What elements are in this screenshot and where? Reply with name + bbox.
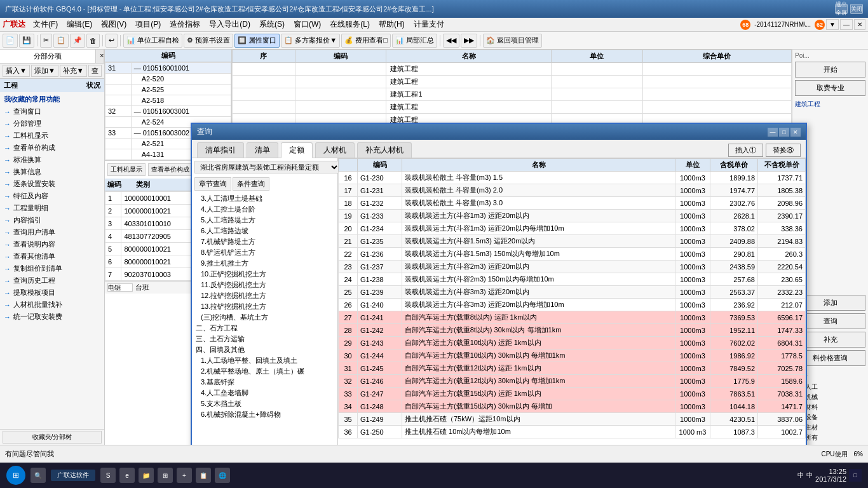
copy-btn[interactable]: 📋 <box>53 34 69 48</box>
tree-item[interactable]: 6.人工培路边坡 <box>193 226 336 236</box>
local-summary-btn[interactable]: 📊 局部汇总 <box>392 34 437 48</box>
tab-materials[interactable]: 人材机 <box>315 142 355 158</box>
std-exchange-item[interactable]: →标准换算 <box>1 154 103 166</box>
cost-view-btn[interactable]: 💰 费用查看□ <box>341 34 391 48</box>
table-row[interactable]: 25 G1-239 装载机装运土方(斗容3m3) 运距20m以内 1000m3 … <box>339 286 806 299</box>
tree-item[interactable]: 13.拉铲挖掘机挖土方 <box>193 301 336 312</box>
table-row[interactable]: 31— 010516001001 <box>105 63 231 74</box>
tree-item[interactable]: 7.机械铲路堤土方 <box>193 236 336 247</box>
tree-item[interactable]: (三)挖沟槽、基坑土方 <box>193 312 336 323</box>
tab-fenbufenxiang[interactable]: 分部分项 <box>0 50 96 63</box>
taskbar-icon-6[interactable]: 📋 <box>196 468 211 483</box>
budget-settings-btn[interactable]: ⚙ 预算书设置 <box>184 34 233 48</box>
tree-item[interactable]: 4.人工垒老墙脚 <box>193 388 336 398</box>
delete-btn[interactable]: 🗑 <box>86 34 100 48</box>
table-row[interactable]: 29 G1-243 自卸汽车运土方(载重10t以内) 运距 1km以内 1000… <box>339 337 806 349</box>
table-row[interactable]: 27 G1-241 自卸汽车运土方(载重8t以内) 运距 1km以内 1000m… <box>339 311 806 324</box>
close-main-btn[interactable]: ✕ <box>854 19 865 30</box>
tree-item[interactable]: 三、土石方运输 <box>193 334 336 344</box>
table-row[interactable]: 32 G1-246 自卸汽车运土方(载重12t以内) 30km以内 每增加1km… <box>339 375 806 388</box>
view-unitprice-item[interactable]: →查看单价构成 <box>1 142 103 154</box>
notification-area[interactable]: □ <box>849 469 862 482</box>
query-sub-btn[interactable]: 查 <box>88 65 102 77</box>
table-row[interactable]: A2-518 <box>105 95 231 106</box>
tree-item[interactable]: 5.支木挡土板 <box>193 398 336 409</box>
dialog-minimize-btn[interactable]: — <box>768 128 778 137</box>
tree-item[interactable]: 9.推土机推土方 <box>193 258 336 269</box>
table-row[interactable]: 20 G1-234 装载机装运土方(斗容1m3) 运距20m以内每增加10m 1… <box>339 222 806 235</box>
taskbar-icon-4[interactable]: ⊞ <box>158 468 173 483</box>
table-row[interactable]: 22 G1-236 装载机装运土方(斗容1.5m3) 150m以内每增加10m … <box>339 248 806 261</box>
extract-template-item[interactable]: →提取模板项目 <box>1 287 103 299</box>
table-row[interactable]: 32— 010516003001 <box>105 106 231 117</box>
table-row[interactable]: A2-520 <box>105 74 231 85</box>
content-guide-item[interactable]: →内容指引 <box>1 214 103 226</box>
tab-list[interactable]: 清单 <box>247 142 278 158</box>
table-row[interactable]: 19 G1-233 装载机装运土方(斗容1m3) 运距20m以内 1000m3 … <box>339 210 806 222</box>
feature-content-item[interactable]: →特征及内容 <box>1 190 103 202</box>
table-row[interactable]: A2-525 <box>105 85 231 95</box>
tab-close[interactable]: × <box>96 50 104 63</box>
table-row[interactable]: 21 G1-235 装载机装运土方(斗容1.5m3) 运距20m以内 1000m… <box>339 235 806 248</box>
exchange-info-item[interactable]: →换算信息 <box>1 166 103 178</box>
tree-item[interactable]: 10.正铲挖掘机挖土方 <box>193 269 336 280</box>
province-select[interactable]: 湖北省房屋建筑与装饰工程消耗量定额 <box>194 161 340 173</box>
copy-price-item[interactable]: →复制组价到清单 <box>1 262 103 274</box>
table-row[interactable]: 17 G1-231 装载机装松散土 斗容量(m3) 2.0 1000m3 197… <box>339 184 806 197</box>
nav-next-btn[interactable]: ▶▶ <box>461 34 477 48</box>
query-history-item[interactable]: →查询历史工程 <box>1 274 103 287</box>
search-taskbar[interactable]: 🔍 <box>31 468 46 483</box>
cost-profession-btn[interactable]: 取费专业 <box>795 80 865 96</box>
properties-btn[interactable]: 🔲 属性窗口 <box>234 34 280 48</box>
table-row[interactable]: 建筑工程 <box>233 101 792 114</box>
dialog-close-btn[interactable]: ✕ <box>790 128 801 137</box>
table-row[interactable]: 建筑工程 <box>233 76 792 88</box>
tree-item[interactable]: 4.人工控土堤台阶 <box>193 204 336 215</box>
tab-quota[interactable]: 定额 <box>281 142 313 158</box>
minimize-btn[interactable]: — <box>840 19 853 30</box>
multiplan-btn[interactable]: 📋 多方案报价▼ <box>281 34 340 48</box>
table-row[interactable]: 24 G1-238 装载机装运土方(斗容2m3) 150m以内每增加10m 10… <box>339 273 806 286</box>
section-mgmt-item[interactable]: →分部管理 <box>1 118 103 130</box>
favorites-item[interactable]: 我收藏的常用功能 <box>1 93 103 105</box>
table-row[interactable]: 31 G1-245 自卸汽车运土方(载重12t以内) 运距 1km以内 1000… <box>339 362 806 375</box>
tree-item[interactable]: 3.基底钎探 <box>193 377 336 388</box>
machine-name-input[interactable] <box>107 283 133 292</box>
tree-item[interactable]: 11.反铲挖掘机挖土方 <box>193 280 336 290</box>
undo-btn[interactable]: ↩ <box>105 34 118 48</box>
menu-view[interactable]: 视图(V) <box>97 18 130 31</box>
close-btn[interactable]: 关闭 <box>850 4 863 14</box>
query-window-item[interactable]: →查询窗口 <box>1 105 103 118</box>
unified-fee-item[interactable]: →统一记取安装费 <box>1 311 103 323</box>
query-user-item[interactable]: →查询用户清单 <box>1 226 103 238</box>
taskbar-icon-1[interactable]: S <box>100 468 116 483</box>
labor-display-item[interactable]: →工料机显示 <box>1 130 103 142</box>
new-btn[interactable]: 📄 <box>3 34 18 48</box>
taskbar-icon-7[interactable]: 🌐 <box>215 468 230 483</box>
cut-btn[interactable]: ✂ <box>40 34 52 48</box>
menu-file[interactable]: 文件(F) <box>29 18 62 31</box>
tree-item[interactable]: 5.人工培路堤土方 <box>193 215 336 226</box>
restore-btn[interactable]: ▼ <box>826 19 839 30</box>
dialog-maximize-btn[interactable]: □ <box>779 128 789 137</box>
taskbar-app[interactable]: 广联达软件 <box>51 470 95 481</box>
table-row[interactable]: 36 G1-250 推土机推石碴 10m以内每增加10m 1000 m3 108… <box>339 426 806 438</box>
table-row[interactable]: 26 G1-240 装载机装运土方(斗容3m3) 运距20m以内每增加10m 1… <box>339 299 806 311</box>
tree-item[interactable]: 12.拉铲挖掘机挖土方 <box>193 290 336 301</box>
tree-item[interactable]: 四、回填及其他 <box>193 344 336 355</box>
workload-detail-item[interactable]: →工程量明细 <box>1 202 103 214</box>
view-desc-item[interactable]: →查看说明内容 <box>1 238 103 250</box>
condition-btn[interactable]: 条件查询 <box>233 177 269 191</box>
setting-install-item[interactable]: →逐条设置安装 <box>1 178 103 190</box>
taskbar-icon-3[interactable]: 📁 <box>139 468 154 483</box>
menu-online[interactable]: 在线服务(L) <box>326 18 374 31</box>
tab-list-guide[interactable]: 清单指引 <box>197 142 244 158</box>
tree-item[interactable]: 2.机械平整场地、原土（填土）碾 <box>193 366 336 377</box>
menu-help[interactable]: 帮助(H) <box>375 18 409 31</box>
supplement-sub-btn[interactable]: 补充▼ <box>60 65 87 77</box>
table-row[interactable]: 建筑工程1 <box>233 88 792 101</box>
table-row[interactable]: 18 G1-232 装载机装松散土 斗容量(m3) 3.0 1000m3 230… <box>339 197 806 210</box>
chapter-btn[interactable]: 章节查询 <box>194 177 231 191</box>
table-row[interactable]: 33 G1-247 自卸汽车运土方(载重15t以内) 运距 1km以内 1000… <box>339 388 806 400</box>
menu-importexport[interactable]: 导入导出(D) <box>205 18 254 31</box>
